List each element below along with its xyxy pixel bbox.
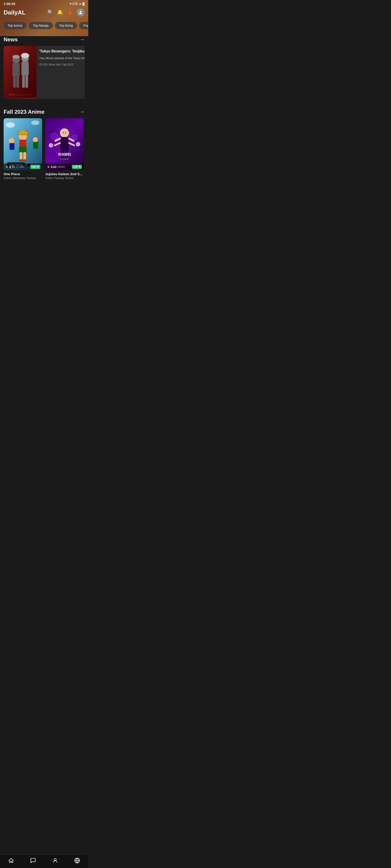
svg-point-33 — [33, 137, 38, 142]
poster-bg-one-piece: ONE PIECE ☠ — [4, 118, 42, 170]
status-time: 1:00:20 — [4, 2, 16, 6]
tab-top-airing[interactable]: Top Airing — [55, 22, 77, 29]
svg-point-25 — [20, 130, 26, 135]
rating-score-jjk: 8.82 — [51, 165, 57, 168]
svg-point-22 — [31, 121, 39, 125]
search-icon[interactable]: 🔍 — [47, 9, 53, 16]
anime-genres-one-piece: Action, Adventure, Fantasy — [4, 177, 42, 180]
poster-bg-jjk: 呪術廻戦 渋谷事変 — [45, 118, 84, 170]
svg-rect-35 — [33, 142, 38, 149]
svg-text:呪術廻戦: 呪術廻戦 — [58, 153, 71, 156]
news-title-1: 'Tokyo Revengers: Tenjiku-hen' Announces… — [39, 49, 85, 54]
svg-rect-7 — [22, 62, 29, 75]
svg-rect-4 — [13, 76, 16, 88]
anime-card-one-piece[interactable]: ONE PIECE ☠ ★ 8.71 (2.24M) — [4, 118, 42, 180]
svg-rect-30 — [19, 159, 23, 161]
svg-rect-45 — [60, 137, 69, 151]
lte-icon: LTE — [73, 2, 78, 5]
rating-left-jjk: ★ 8.82 (601K) — [47, 165, 65, 168]
anime-scroll: ONE PIECE ☠ ★ 8.71 (2.24M) — [4, 118, 85, 181]
fall-2023-title: Fall 2023 Anime — [4, 109, 45, 115]
svg-rect-28 — [20, 152, 22, 160]
svg-rect-8 — [22, 75, 25, 88]
svg-text:東京卍リベンジャーズ: 東京卍リベンジャーズ — [8, 94, 31, 96]
star-icon-one-piece: ★ — [5, 165, 8, 168]
svg-rect-26 — [20, 140, 26, 148]
news-section-header: News → — [4, 36, 85, 43]
svg-rect-31 — [23, 159, 26, 161]
news-content-1: 'Tokyo Revengers: Tenjiku-hen' Announces… — [36, 46, 85, 99]
svg-rect-3 — [12, 63, 20, 76]
cw-label-jjk: CW — [73, 165, 77, 168]
rating-count-jjk: (601K) — [57, 165, 65, 168]
signal-icon: ▲ — [79, 2, 82, 5]
svg-rect-5 — [16, 76, 19, 88]
bookmark-icon[interactable]: 🔖 — [67, 9, 73, 16]
news-card-1[interactable]: 東京卍リベンジャーズ 'Tokyo Revengers: Tenjiku-hen… — [4, 46, 85, 99]
svg-point-11 — [21, 53, 29, 58]
svg-point-56 — [49, 143, 53, 148]
svg-point-53 — [72, 135, 77, 140]
rating-row-jjk: ★ 8.82 (601K) CW ✎ — [45, 163, 84, 170]
battery-icon: ▓ — [83, 2, 85, 5]
edit-icon-one-piece: ✎ — [37, 165, 39, 168]
star-icon-jjk: ★ — [47, 165, 50, 168]
anime-card-jjk[interactable]: 呪術廻戦 渋谷事変 ★ 8.82 (601K) — [45, 118, 84, 180]
status-bar: 1:00:20 ▾ LTE ▲ ▓ — [0, 0, 88, 6]
svg-rect-1 — [4, 46, 36, 98]
cw-badge-jjk[interactable]: CW ✎ — [72, 165, 82, 169]
tab-popular-anime[interactable]: Popular Anim... — [79, 22, 88, 29]
cw-badge-one-piece[interactable]: CW ✎ — [30, 165, 40, 169]
anime-name-jjk: Jujutsu Kaisen 2nd S... — [45, 172, 84, 176]
category-tabs: Top Anime Top Manga Top Airing Popular A… — [0, 20, 88, 33]
rating-left-one-piece: ★ 8.71 (2.24M) — [5, 165, 24, 168]
fall-2023-section: Fall 2023 Anime → — [0, 105, 88, 182]
header-icons: 🔍 🔔 🔖 — [47, 8, 85, 17]
svg-point-32 — [9, 138, 14, 144]
svg-point-21 — [6, 122, 15, 128]
svg-point-0 — [80, 11, 81, 12]
news-arrow[interactable]: → — [80, 37, 85, 42]
svg-point-52 — [51, 133, 58, 140]
anime-genres-jjk: Action, Fantasy, School — [45, 177, 84, 180]
svg-text:渋谷事変: 渋谷事変 — [60, 158, 69, 160]
rating-score-one-piece: 8.71 — [9, 165, 15, 168]
wifi-icon: ▾ — [70, 2, 72, 5]
tab-top-anime[interactable]: Top Anime — [4, 22, 26, 29]
anime-name-one-piece: One Piece — [4, 172, 42, 176]
svg-point-10 — [12, 55, 20, 59]
app-title: DailyAL — [4, 9, 26, 16]
news-section-title: News — [4, 36, 18, 43]
news-desc-1: The official website of the Tokyo Reveng… — [39, 56, 85, 61]
svg-rect-27 — [19, 147, 27, 153]
rating-row-one-piece: ★ 8.71 (2.24M) CW ✎ — [4, 163, 42, 170]
tab-top-manga[interactable]: Top Manga — [29, 22, 53, 29]
status-icons: ▾ LTE ▲ ▓ — [70, 2, 85, 5]
svg-point-42 — [60, 128, 69, 137]
edit-icon-jjk: ✎ — [78, 165, 81, 168]
news-tags-1: OP ED, More Info, Fall 2023 — [39, 63, 85, 66]
notification-icon[interactable]: 🔔 — [57, 9, 63, 16]
news-image-1: 東京卍リベンジャーズ — [4, 46, 36, 99]
svg-rect-9 — [25, 75, 28, 88]
profile-avatar[interactable] — [77, 8, 85, 17]
fall-2023-header: Fall 2023 Anime → — [4, 109, 85, 115]
svg-rect-29 — [23, 152, 26, 160]
anime-poster-jjk: 呪術廻戦 渋谷事変 ★ 8.82 (601K) — [45, 118, 84, 170]
svg-point-57 — [76, 142, 80, 147]
anime-poster-one-piece: ONE PIECE ☠ ★ 8.71 (2.24M) — [4, 118, 42, 170]
svg-rect-34 — [9, 143, 15, 150]
rating-count-one-piece: (2.24M) — [16, 165, 24, 168]
news-section: News → — [0, 33, 88, 101]
news-scroll: 東京卍リベンジャーズ 'Tokyo Revengers: Tenjiku-hen… — [4, 46, 85, 100]
fall-2023-arrow[interactable]: → — [80, 109, 85, 115]
header: DailyAL 🔍 🔔 🔖 — [0, 6, 88, 20]
cw-label-one-piece: CW — [32, 165, 36, 168]
